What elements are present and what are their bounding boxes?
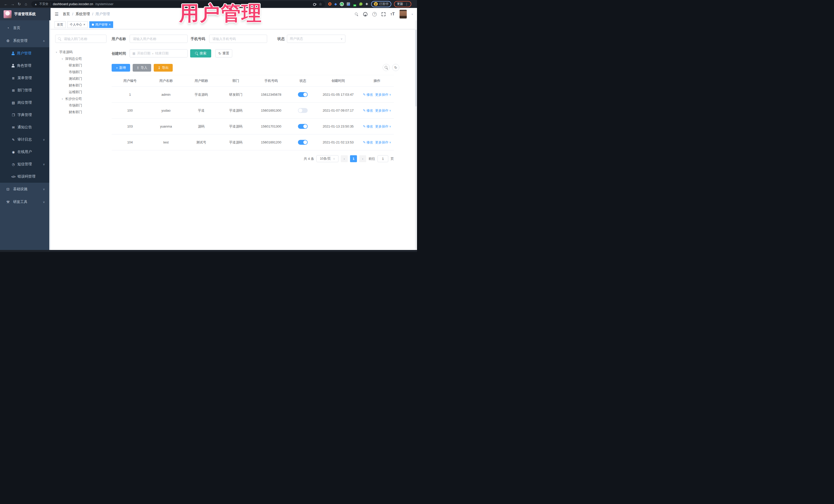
tree-node[interactable]: 财务部门	[55, 109, 108, 115]
extension-gem-icon[interactable]: ◆	[334, 2, 337, 6]
next-page-button[interactable]: ›	[359, 155, 366, 162]
sidebar-item-post-management[interactable]: ▤ 岗位管理	[0, 96, 50, 109]
reload-icon[interactable]: ↻	[16, 2, 23, 6]
scrollbar-thumb[interactable]	[415, 29, 417, 107]
tree-expand-icon[interactable]: ▾	[55, 51, 58, 53]
security-label[interactable]: 不安全	[39, 2, 48, 6]
sidebar-item-menu-management[interactable]: ≣ 菜单管理	[0, 72, 50, 84]
status-toggle[interactable]	[298, 92, 308, 97]
import-button[interactable]: ↥ 导入	[133, 64, 151, 72]
status-toggle[interactable]	[298, 140, 308, 145]
sidebar-item-online-users[interactable]: ◉ 在线用户	[0, 146, 50, 158]
goto-page-input[interactable]	[377, 155, 388, 162]
prev-page-button[interactable]: ‹	[341, 155, 348, 162]
refresh-table-button[interactable]: ↻	[392, 64, 399, 71]
extensions-puzzle-icon[interactable]: ✚	[366, 2, 368, 6]
tab-profile[interactable]: 个人中心×	[67, 21, 88, 28]
edit-link[interactable]: ✎修改	[363, 140, 373, 145]
page-size-select[interactable]: 10条/页 ∨	[316, 155, 338, 162]
dept-search-box[interactable]	[55, 35, 107, 43]
extension-list-icon[interactable]: on	[353, 3, 356, 6]
font-size-icon[interactable]: TT	[390, 12, 395, 17]
forward-icon[interactable]: →	[9, 2, 16, 6]
profile-paused-badge[interactable]: 已暂停	[371, 1, 391, 7]
tree-node[interactable]: 财务部门	[55, 82, 108, 89]
header-search-icon[interactable]	[355, 13, 358, 16]
url-domain[interactable]: dashboard.yudao.iocoder.cn	[53, 2, 93, 6]
tree-node[interactable]: 市场部门	[55, 69, 108, 75]
fullscreen-icon[interactable]	[381, 12, 386, 16]
tree-node[interactable]: 运维部门	[55, 89, 108, 95]
tree-expand-icon[interactable]: ▾	[61, 58, 64, 60]
edit-link[interactable]: ✎修改	[363, 124, 373, 129]
sidebar-item-infrastructure[interactable]: ⊡ 基础设施 ∨	[0, 183, 50, 196]
sidebar-item-dict-management[interactable]: ❐ 字典管理	[0, 109, 50, 121]
extension-leaf-icon[interactable]	[359, 2, 363, 6]
export-button[interactable]: ↧ 导出	[154, 64, 173, 72]
close-icon[interactable]: ×	[109, 22, 111, 28]
sidebar-item-system-management[interactable]: ⚙ 系统管理 ∧	[0, 35, 50, 47]
sidebar-item-dev-tools[interactable]: ⚒ 研发工具 ∨	[0, 196, 50, 209]
more-actions-link[interactable]: 更多操作∨	[375, 108, 391, 113]
sidebar-item-sms-management[interactable]: ◷ 短信管理 ∨	[0, 158, 50, 170]
extension-orange-icon[interactable]	[328, 2, 332, 6]
breadcrumb-home[interactable]: 首页	[63, 12, 70, 17]
back-icon[interactable]: ←	[3, 2, 9, 6]
page-scrollbar[interactable]	[415, 20, 417, 250]
more-actions-link[interactable]: 更多操作∨	[375, 92, 391, 97]
add-button[interactable]: + 新增	[112, 64, 130, 72]
tree-node[interactable]: 市场部门	[55, 102, 108, 109]
sidebar-item-user-management[interactable]: 用户管理	[0, 47, 50, 60]
address-bar[interactable]: ▲ 不安全 dashboard.yudao.iocoder.cn/system/…	[31, 1, 325, 7]
help-icon[interactable]: ?	[372, 12, 377, 17]
browser-menu-icon[interactable]: ⋮	[405, 2, 408, 6]
avatar-caret-icon[interactable]: ▾	[412, 13, 413, 16]
tree-node[interactable]: ▾长沙分公司	[55, 95, 108, 102]
sidebar-item-home[interactable]: ◔ 首页	[0, 22, 50, 35]
show-search-toggle-button[interactable]	[382, 64, 390, 71]
extension-grid-icon[interactable]	[347, 2, 350, 6]
tree-expand-icon[interactable]: ▾	[61, 97, 64, 100]
tree-node[interactable]: 研发部门	[55, 62, 108, 69]
sidebar-scrollbar[interactable]	[49, 20, 50, 250]
reset-button[interactable]: ↻ 重置	[215, 49, 232, 58]
sidebar-item-audit-log[interactable]: ✎ 审计日志 ∨	[0, 133, 50, 146]
tree-node[interactable]: 测试部门	[55, 75, 108, 82]
dept-search-input[interactable]	[63, 37, 104, 41]
browser-update-button[interactable]: 更新 ⋮	[394, 1, 411, 7]
more-actions-link[interactable]: 更多操作∨	[375, 140, 391, 145]
password-key-icon[interactable]	[313, 3, 317, 5]
username-input[interactable]	[132, 37, 185, 41]
sidebar-logo-box[interactable]: 芋道管理系统	[0, 8, 50, 20]
status-select[interactable]: 用户状态 ∨	[287, 35, 345, 43]
extension-green-icon[interactable]: y	[340, 2, 344, 6]
username-field[interactable]	[130, 35, 188, 43]
mobile-field[interactable]	[209, 35, 267, 43]
breadcrumb-system[interactable]: 系统管理	[75, 12, 90, 17]
edit-link[interactable]: ✎修改	[363, 108, 373, 113]
sidebar-item-dept-management[interactable]: ⊞ 部门管理	[0, 84, 50, 96]
home-icon[interactable]: ⌂	[23, 2, 29, 6]
edit-link[interactable]: ✎修改	[363, 92, 373, 97]
tree-node[interactable]: ▾芋道源码	[55, 49, 108, 56]
github-icon[interactable]	[363, 12, 368, 17]
date-end-placeholder[interactable]: 结束日期	[155, 51, 169, 56]
more-actions-link[interactable]: 更多操作∨	[375, 124, 391, 129]
user-avatar[interactable]	[399, 10, 407, 19]
url-path[interactable]: /system/user	[95, 2, 113, 6]
tree-node[interactable]: ▾深圳总公司	[55, 56, 108, 62]
mobile-input[interactable]	[212, 37, 264, 41]
tab-home[interactable]: 首页	[54, 21, 66, 28]
date-start-placeholder[interactable]: 开始日期	[137, 51, 150, 56]
status-toggle[interactable]	[298, 124, 308, 129]
status-toggle[interactable]	[298, 108, 308, 113]
sidebar-item-notice[interactable]: ✉ 通知公告	[0, 121, 50, 133]
sidebar-toggle-icon[interactable]: ☰	[54, 12, 59, 17]
sidebar-item-error-code[interactable]: </> 错误码管理	[0, 170, 50, 183]
current-page-button[interactable]: 1	[350, 155, 357, 162]
tab-user-management[interactable]: 用户管理×	[89, 21, 113, 28]
search-button[interactable]: 搜索	[190, 49, 211, 58]
sidebar-item-role-management[interactable]: 角色管理	[0, 60, 50, 72]
date-range-picker[interactable]: ▦ 开始日期 - 结束日期	[130, 49, 188, 58]
bookmark-star-icon[interactable]: ☆	[319, 2, 322, 6]
